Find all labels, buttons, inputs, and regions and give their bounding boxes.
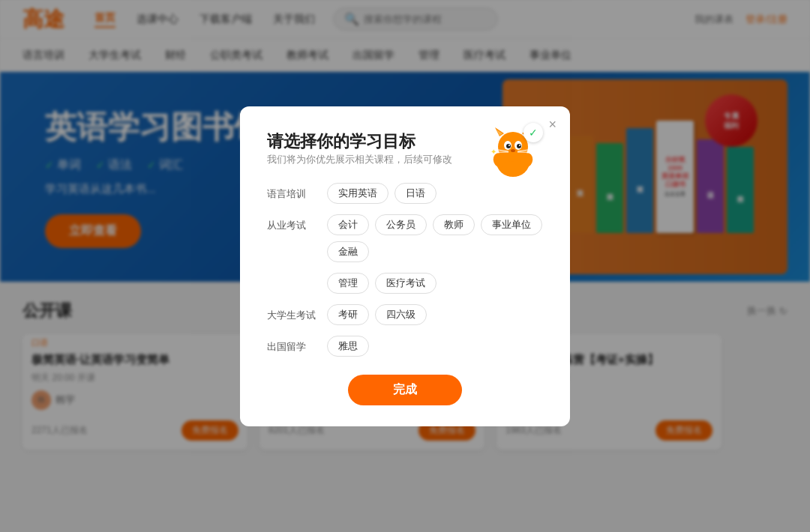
svg-point-9 [517, 144, 521, 148]
tag-四六级[interactable]: 四六级 [375, 304, 427, 325]
modal-row-1: 从业考试会计公务员教师事业单位金融 [267, 214, 543, 262]
overlay: × 请选择你的学习目标 我们将为你优先展示相关课程，后续可修改 [0, 0, 810, 468]
modal-row-3: 大学生考试考研四六级 [267, 304, 543, 325]
modal-row-4: 出国留学雅思 [267, 336, 543, 357]
tag-金融[interactable]: 金融 [327, 241, 369, 262]
modal-mascot: ✦ ✦ ✓ [483, 123, 543, 183]
row-label-3: 大学生考试 [267, 304, 318, 322]
modal-footer: 完成 [267, 375, 543, 405]
svg-point-11 [519, 145, 520, 146]
confirm-button[interactable]: 完成 [348, 375, 462, 405]
svg-point-10 [508, 145, 510, 146]
tag-日语[interactable]: 日语 [394, 183, 436, 204]
row-label-1: 从业考试 [267, 214, 318, 232]
svg-text:✦: ✦ [490, 148, 496, 156]
modal-subtitle: 我们将为你优先展示相关课程，后续可修改 [267, 153, 452, 166]
modal-row-2: 管理医疗考试 [267, 273, 543, 294]
tag-会计[interactable]: 会计 [327, 214, 369, 235]
svg-point-12 [511, 149, 515, 152]
tag-考研[interactable]: 考研 [327, 304, 369, 325]
row-label-2 [267, 273, 318, 277]
row-tags-1: 会计公务员教师事业单位金融 [327, 214, 543, 262]
row-tags-0: 实用英语日语 [327, 183, 436, 204]
row-tags-2: 管理医疗考试 [327, 273, 436, 294]
modal-rows: 语言培训实用英语日语从业考试会计公务员教师事业单位金融管理医疗考试大学生考试考研… [267, 183, 543, 357]
tag-事业单位[interactable]: 事业单位 [481, 214, 542, 235]
row-label-0: 语言培训 [267, 183, 318, 201]
modal-close-button[interactable]: × [548, 117, 556, 133]
row-label-4: 出国留学 [267, 336, 318, 354]
row-tags-3: 考研四六级 [327, 304, 427, 325]
modal-title: 请选择你的学习目标 [267, 130, 452, 153]
tag-教师[interactable]: 教师 [433, 214, 475, 235]
modal: × 请选择你的学习目标 我们将为你优先展示相关课程，后续可修改 [240, 106, 570, 426]
tag-管理[interactable]: 管理 [327, 273, 369, 294]
row-tags-4: 雅思 [327, 336, 369, 357]
tag-医疗考试[interactable]: 医疗考试 [375, 273, 436, 294]
modal-row-0: 语言培训实用英语日语 [267, 183, 543, 204]
tag-公务员[interactable]: 公务员 [375, 214, 427, 235]
svg-point-8 [506, 144, 511, 148]
tag-雅思[interactable]: 雅思 [327, 336, 369, 357]
tag-实用英语[interactable]: 实用英语 [327, 183, 388, 204]
